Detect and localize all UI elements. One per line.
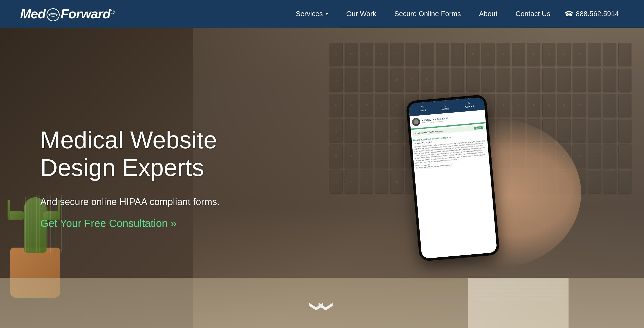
main-nav: Services ▾ Our Work Secure Online Forms … — [287, 7, 624, 21]
nav-item-secure-online-forms[interactable]: Secure Online Forms — [385, 7, 470, 20]
nav-label-our-work: Our Work — [346, 10, 376, 18]
nav-item-our-work[interactable]: Our Work — [337, 7, 385, 20]
phone-contact-item: Contact — [465, 101, 474, 108]
clinic-avatar — [412, 117, 421, 126]
phone-number-text: 888.562.5914 — [576, 10, 619, 18]
logo[interactable]: Med Forward® — [20, 6, 114, 21]
hero-subtitle: And secure online HIPAA compliant forms. — [40, 197, 267, 207]
site-header: Med Forward® Services ▾ Our Work Secure … — [0, 0, 644, 28]
phone-mockup: Menu Location Contact — [406, 94, 500, 261]
logo-first: Med — [20, 7, 46, 21]
cta-button[interactable]: Get Your Free Consultation » — [40, 217, 177, 229]
phone-menu-label: Menu — [419, 109, 426, 112]
phone-search-text: Board Certified Plastic Surgeon — [415, 130, 443, 134]
logo-second: Forward — [61, 7, 110, 21]
nav-item-about[interactable]: About — [470, 7, 506, 20]
phone-content-area: Board Certified Plastic Surgeon Tacoma, … — [411, 131, 489, 170]
clinic-info: AESTHETICA CLINIQUE Plastic Surgery · Sk… — [422, 117, 448, 123]
phone-screen: Menu Location Contact — [409, 97, 497, 259]
phone-icon: ☎ — [565, 10, 573, 18]
phone-location-item: Location — [440, 103, 450, 110]
chevron-down-icon: ❯ ❯ — [313, 301, 331, 312]
nav-label-contact-us: Contact Us — [515, 10, 550, 18]
hamburger-icon — [421, 106, 424, 108]
nav-item-contact-us[interactable]: Contact Us — [506, 7, 559, 20]
logo-text: Med Forward® — [20, 6, 114, 21]
phone-contact-icon — [467, 101, 471, 105]
services-dropdown-arrow: ▾ — [326, 11, 328, 17]
hero-text-block: Medical Website Design Experts And secur… — [40, 126, 267, 230]
phone-location-label: Location — [441, 107, 451, 110]
nav-label-services: Services — [296, 10, 323, 18]
logo-circle-icon — [47, 8, 60, 21]
phone-search-button: Search — [474, 126, 483, 129]
location-pin-icon — [444, 103, 447, 107]
hero-title: Medical Website Design Experts — [40, 126, 267, 182]
nav-label-secure-forms: Secure Online Forms — [394, 10, 461, 18]
nav-label-about: About — [479, 10, 497, 18]
nav-item-services[interactable]: Services ▾ — [287, 7, 337, 20]
phone-contact-label: Contact — [465, 105, 474, 108]
hero-section: // Generate keyboard keys const keysCont… — [0, 28, 644, 328]
phone-number-display: ☎ 888.562.5914 — [559, 7, 624, 21]
phone-menu-item: Menu — [419, 106, 426, 112]
scroll-indicator[interactable]: ❯ ❯ — [316, 298, 328, 315]
logo-registered: ® — [110, 9, 114, 15]
